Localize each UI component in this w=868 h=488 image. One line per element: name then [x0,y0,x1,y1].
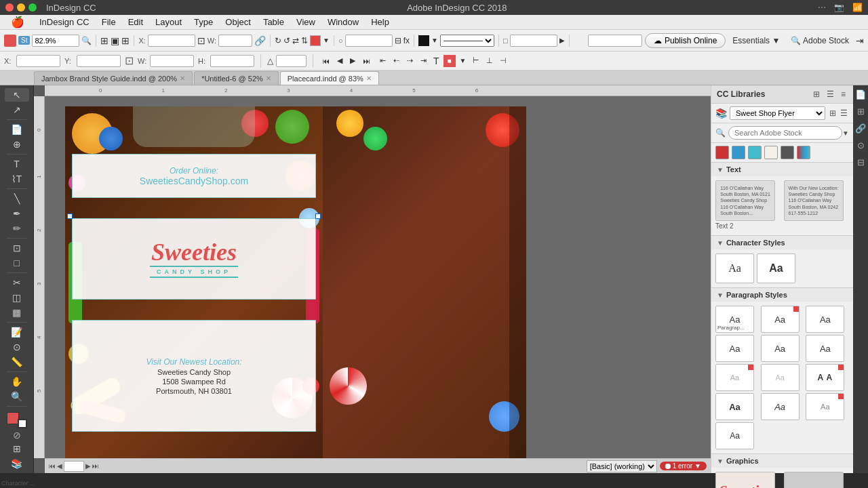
angle-input[interactable] [276,55,307,67]
page-number-input[interactable]: 1 [64,461,84,472]
preview-mode-btn[interactable]: ⊞ [5,442,29,455]
para-style-11[interactable]: Aa [761,393,800,420]
color-swatch-red[interactable] [715,146,729,159]
search-filter-btn[interactable]: ▼ [842,129,849,137]
gap-tool[interactable]: ⊕ [5,138,29,151]
style-select[interactable]: [Basic] (working) [587,460,657,472]
w-input[interactable] [218,35,252,47]
next-page-btn-bottom[interactable]: ▶ [85,462,91,470]
next-btn[interactable]: ▶ [347,55,358,66]
align-left-btn[interactable]: ⊢ [470,55,482,66]
menu-indesign[interactable]: InDesign CC [34,16,95,28]
para-style-6[interactable]: Aa [806,335,844,362]
para-style-2[interactable]: Aa [761,306,800,333]
align-right-btn[interactable]: ⊣ [497,55,509,66]
x-input[interactable]: 1.18 in [148,35,195,47]
para-style-10[interactable]: Aa [715,393,754,420]
library-btn[interactable]: 📚 [5,457,29,470]
para-style-7[interactable]: Aa [715,364,754,391]
pencil-tool[interactable]: ✏ [5,222,29,235]
publish-online-button[interactable]: ☁ Publish Online [645,33,726,48]
menu-help[interactable]: Help [366,16,395,28]
menu-window[interactable]: Window [322,16,364,28]
close-button[interactable] [5,3,14,12]
zoom-input[interactable] [32,35,79,47]
w-coord-input[interactable] [150,55,194,67]
grid-view-btn[interactable]: ⊞ [828,107,837,119]
pages-panel-btn[interactable]: 📄 [854,88,867,101]
direct-select-tool[interactable]: ↗ [5,103,29,117]
menu-layout[interactable]: Layout [150,16,187,28]
last-page-btn[interactable]: ⇥ [418,55,429,66]
eyedropper-tool[interactable]: ⊙ [5,340,29,354]
stroke-input[interactable]: 0 pt [345,35,393,47]
select-tool[interactable]: ↖ [5,88,29,102]
menu-object[interactable]: Object [220,16,256,28]
opacity-input[interactable]: 100% [510,35,557,47]
x-coord-input[interactable]: 1.18 in [16,55,60,67]
tab-close-jambox[interactable]: ✕ [180,75,185,82]
tab-untitled[interactable]: *Untitled-6 @ 52% ✕ [194,71,279,85]
prev-btn[interactable]: ◀ [334,55,345,66]
dimension-input[interactable]: 0.1667 in [588,35,642,47]
stroke-panel-btn[interactable]: ⊙ [856,139,866,152]
graphic-thumb-2[interactable]: 📷 [784,472,844,488]
align-center-btn[interactable]: ⊥ [484,55,496,66]
text-wrap-panel-btn[interactable]: ⊟ [856,156,866,169]
apple-menu[interactable]: 🍎 [5,14,30,30]
char-styles-header[interactable]: ▼ Character Styles [711,236,853,249]
menu-view[interactable]: View [291,16,321,28]
scissors-tool[interactable]: ✂ [5,276,29,289]
rectangle-tool[interactable]: □ [5,256,29,270]
prev-page-btn[interactable]: ⇠ [391,55,402,66]
stroke-color[interactable] [418,35,429,46]
graphic-thumb-1[interactable]: Sweeties [715,472,775,488]
text-section-header[interactable]: ▼ Text [711,163,853,176]
essentials-button[interactable]: Essentials ▼ [728,35,784,47]
tab-placecard[interactable]: Placecard.indd @ 83% ✕ [280,71,379,85]
para-style-9[interactable]: A A [806,364,844,391]
layers-panel-btn[interactable]: ⊞ [856,105,866,118]
color-swatch-blue[interactable] [732,146,745,159]
last-page-btn-bottom[interactable]: ⏭ [92,462,99,470]
para-styles-header[interactable]: ▼ Paragraph Styles [711,288,853,302]
para-style-5[interactable]: Aa [761,335,800,362]
color-swatch-teal[interactable] [748,146,762,159]
panel-list-view-btn[interactable]: ☰ [825,89,836,100]
h-coord-input[interactable] [210,55,254,67]
menu-type[interactable]: Type [189,16,218,28]
stroke-style-select[interactable]: —————— [440,35,494,47]
maximize-button[interactable] [28,3,37,12]
type-path-tool[interactable]: ⌇T [5,172,29,186]
fill-swatch[interactable]: ■ [443,55,456,67]
first-page-btn[interactable]: ⇤ [377,55,389,66]
list-view-btn[interactable]: ☰ [839,107,849,119]
next-page-btn[interactable]: ⇢ [404,55,416,66]
prev-frame-btn[interactable]: ⏮ [319,55,332,66]
panel-grid-view-btn[interactable]: ⊞ [811,89,822,100]
measure-tool[interactable]: 📏 [5,355,29,369]
search-input[interactable] [728,126,842,140]
adobe-stock-button[interactable]: 🔍 Adobe Stock [787,35,853,47]
para-style-13[interactable]: Aa [715,422,754,449]
tab-close-untitled[interactable]: ✕ [266,75,271,82]
y-coord-input[interactable]: 2.2 in [77,55,121,67]
next-frame-btn[interactable]: ⏭ [360,55,373,66]
pen-tool[interactable]: ✒ [5,207,29,220]
para-style-12[interactable]: Aa [806,393,844,420]
fill-color[interactable] [310,35,321,46]
para-style-8[interactable]: Aa [761,364,800,391]
canvas-scroll-area[interactable]: Order Online: SweetiesCandyShop.com Swee… [45,96,711,458]
menu-file[interactable]: File [96,16,121,28]
char-style-2[interactable]: Aa [757,253,795,283]
gradient-swatch-tool[interactable]: ▦ [5,306,29,319]
graphics-header[interactable]: ▼ Graphics [711,454,853,468]
tab-close-placecard[interactable]: ✕ [366,75,372,82]
color-swatch-dark[interactable] [781,146,794,159]
library-dropdown[interactable]: Sweet Shop Flyer [730,106,825,120]
note-tool[interactable]: 📝 [5,325,29,339]
text-thumb-1[interactable]: 116 O'Callahan Way South Boston, MA 0121… [715,180,775,221]
links-panel-btn[interactable]: 🔗 [854,122,867,135]
line-tool[interactable]: ╲ [5,192,29,205]
tab-jambox[interactable]: Jambox Brand Style Guide.indd @ 200% ✕ [34,71,193,85]
